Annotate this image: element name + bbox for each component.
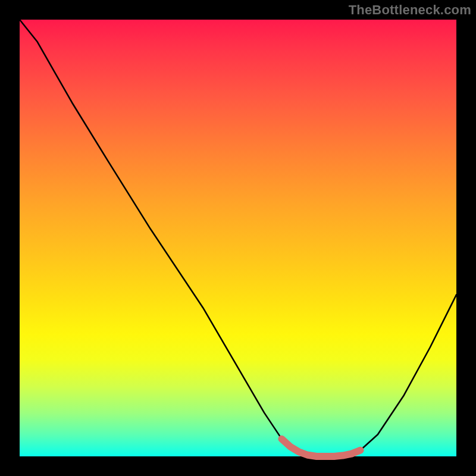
watermark-text: TheBottleneck.com [349, 2, 471, 18]
curve-svg [20, 20, 456, 456]
plot-area [20, 20, 456, 456]
bottleneck-curve [20, 20, 456, 456]
chart-frame: TheBottleneck.com [0, 0, 476, 476]
optimal-range-highlight [281, 439, 360, 456]
